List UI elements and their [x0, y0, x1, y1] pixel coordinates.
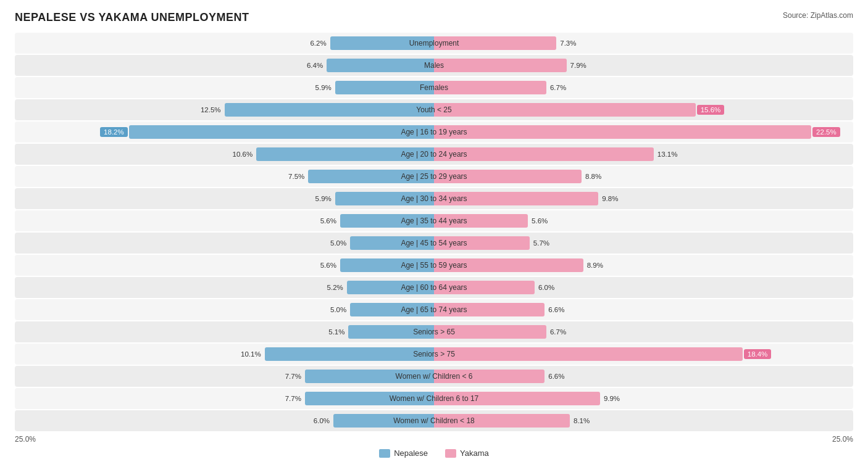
blue-bar [308, 170, 434, 183]
legend: Nepalese Yakama [15, 448, 853, 458]
x-axis-labels: 25.0% 25.0% [15, 435, 853, 444]
left-section: 10.1% [15, 344, 434, 365]
left-section: 6.0% [15, 410, 434, 431]
legend-nepalese-label: Nepalese [394, 448, 428, 458]
left-section: 5.0% [15, 233, 434, 254]
right-value: 8.9% [585, 262, 603, 269]
blue-bar [225, 103, 435, 117]
blue-bar [347, 281, 434, 294]
blue-bar [350, 303, 434, 316]
legend-yakama: Yakama [445, 448, 489, 458]
left-value: 5.1% [328, 328, 347, 336]
table-row: 5.9% Females 6.7% [15, 77, 853, 98]
left-value: 6.2% [310, 39, 328, 47]
left-section: 7.7% [15, 366, 434, 387]
x-axis-left: 25.0% [15, 435, 36, 444]
row-inner: 12.5% Youth < 25 15.6% [15, 99, 853, 120]
left-section: 5.9% [15, 77, 434, 98]
left-value: 6.0% [314, 417, 332, 424]
pink-bar [434, 125, 811, 139]
row-inner: 5.0% Age | 65 to 74 years 6.6% [15, 299, 853, 320]
row-inner: 6.2% Unemployment 7.3% [15, 33, 853, 54]
row-inner: 18.2% Age | 16 to 19 years 22.5% [15, 122, 853, 143]
left-section: 5.2% [15, 277, 434, 298]
right-value: 22.5% [812, 127, 840, 137]
right-section: 13.1% [434, 144, 853, 165]
blue-bar [327, 59, 434, 72]
right-value: 5.7% [531, 239, 549, 247]
blue-bar [348, 325, 434, 339]
x-axis-right: 25.0% [832, 435, 853, 444]
table-row: 5.1% Seniors > 65 6.7% [15, 321, 853, 342]
pink-bar [434, 325, 546, 339]
right-value: 15.6% [697, 105, 725, 115]
left-value: 6.4% [307, 62, 325, 69]
pink-bar [434, 103, 696, 117]
table-row: 5.0% Age | 65 to 74 years 6.6% [15, 299, 853, 320]
right-value: 8.1% [571, 417, 590, 424]
left-value: 7.7% [285, 373, 304, 380]
pink-bar [434, 214, 528, 228]
left-value: 5.0% [330, 239, 349, 247]
right-value: 7.3% [557, 39, 576, 47]
pink-bar [434, 258, 583, 272]
pink-bar [434, 281, 535, 294]
pink-bar [434, 414, 570, 428]
pink-bar [434, 192, 598, 205]
right-section: 6.7% [434, 321, 853, 342]
row-inner: 5.1% Seniors > 65 6.7% [15, 321, 853, 342]
chart-area: 6.2% Unemployment 7.3% 6.4% Males 7.9% [15, 33, 853, 431]
left-section: 6.2% [15, 33, 434, 54]
right-value: 9.8% [599, 195, 618, 202]
pink-bar [434, 392, 600, 405]
left-section: 7.7% [15, 388, 434, 409]
left-value: 10.6% [233, 151, 256, 158]
row-inner: 6.4% Males 7.9% [15, 55, 853, 76]
left-section: 5.6% [15, 255, 434, 276]
left-value: 5.0% [330, 306, 349, 313]
pink-bar [434, 170, 582, 183]
right-value: 6.6% [546, 306, 564, 313]
table-row: 5.6% Age | 55 to 59 years 8.9% [15, 255, 853, 276]
pink-bar [434, 303, 545, 316]
right-section: 8.1% [434, 410, 853, 431]
right-section: 18.4% [434, 344, 853, 365]
blue-bar [350, 236, 434, 250]
table-row: 5.0% Age | 45 to 54 years 5.7% [15, 233, 853, 254]
right-section: 8.8% [434, 166, 853, 187]
left-value: 5.9% [315, 84, 334, 91]
left-value: 18.2% [100, 127, 128, 137]
row-inner: 5.9% Females 6.7% [15, 77, 853, 98]
pink-bar [434, 59, 567, 72]
table-row: 18.2% Age | 16 to 19 years 22.5% [15, 122, 853, 143]
left-section: 5.0% [15, 299, 434, 320]
blue-bar [335, 81, 434, 94]
table-row: 6.4% Males 7.9% [15, 55, 853, 76]
right-value: 6.6% [546, 373, 564, 380]
table-row: 5.9% Age | 30 to 34 years 9.8% [15, 188, 853, 209]
right-value: 13.1% [655, 151, 678, 158]
left-value: 12.5% [201, 106, 223, 114]
right-section: 7.9% [434, 55, 853, 76]
table-row: 7.7% Women w/ Children 6 to 17 9.9% [15, 388, 853, 409]
row-inner: 5.6% Age | 35 to 44 years 5.6% [15, 210, 853, 231]
row-inner: 6.0% Women w/ Children < 18 8.1% [15, 410, 853, 431]
right-value: 18.4% [744, 349, 772, 359]
right-value: 6.7% [548, 84, 566, 91]
chart-container: NEPALESE VS YAKAMA UNEMPLOYMENT Source: … [0, 0, 868, 467]
row-inner: 5.6% Age | 55 to 59 years 8.9% [15, 255, 853, 276]
table-row: 10.6% Age | 20 to 24 years 13.1% [15, 144, 853, 165]
left-value: 7.5% [288, 173, 307, 180]
row-inner: 10.6% Age | 20 to 24 years 13.1% [15, 144, 853, 165]
table-row: 12.5% Youth < 25 15.6% [15, 99, 853, 120]
right-section: 5.6% [434, 210, 853, 231]
pink-bar [434, 236, 530, 250]
chart-title: NEPALESE VS YAKAMA UNEMPLOYMENT [15, 11, 249, 24]
left-value: 5.2% [327, 284, 346, 291]
right-value: 9.9% [601, 395, 620, 402]
row-inner: 5.9% Age | 30 to 34 years 9.8% [15, 188, 853, 209]
pink-bar [434, 370, 545, 383]
row-inner: 7.7% Women w/ Children 6 to 17 9.9% [15, 388, 853, 409]
right-section: 6.6% [434, 366, 853, 387]
right-value: 6.0% [536, 284, 554, 291]
